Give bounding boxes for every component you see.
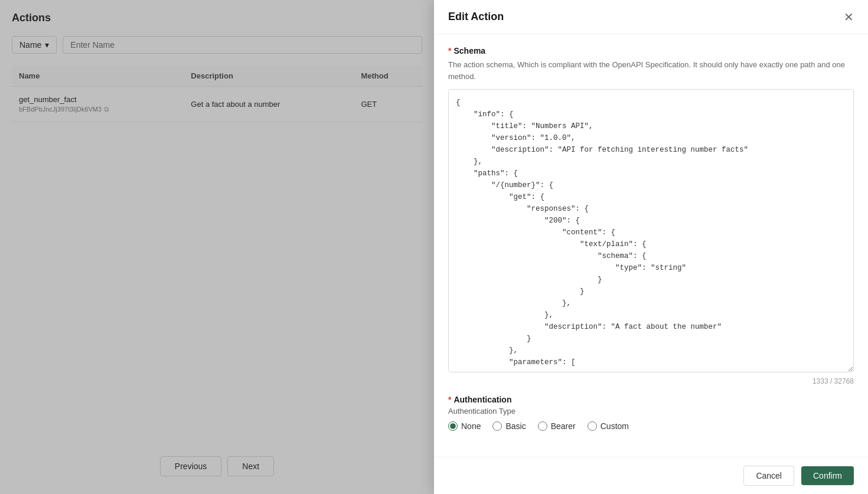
chevron-down-icon: ▾ [45, 40, 49, 50]
modal-body: * Schema The action schema, Which is com… [434, 34, 868, 457]
action-description: Get a fact about a number [184, 87, 354, 122]
schema-description: The action schema, Which is compliant wi… [448, 59, 854, 82]
modal-footer: Cancel Confirm [434, 457, 868, 494]
action-id: bFBdPbJncJj397t3IjDk6VM3 ⧉ [19, 105, 177, 113]
radio-bearer-label: Bearer [551, 421, 576, 431]
dropdown-label: Name [19, 40, 41, 50]
next-button[interactable]: Next [227, 456, 274, 476]
schema-textarea[interactable]: { "info": { "title": "Numbers API", "ver… [448, 89, 854, 372]
actions-title: Actions [12, 12, 422, 24]
radio-basic-label: Basic [505, 421, 526, 431]
actions-table: Name Description Method get_number_fact … [12, 66, 422, 122]
confirm-button[interactable]: Confirm [801, 466, 854, 485]
previous-button[interactable]: Previous [160, 456, 221, 476]
copy-icon[interactable]: ⧉ [104, 105, 109, 113]
name-filter-input[interactable] [63, 36, 422, 54]
col-header-description: Description [184, 66, 354, 87]
radio-basic[interactable]: Basic [492, 421, 526, 431]
radio-none-label: None [461, 421, 481, 431]
auth-radio-group: None Basic Bearer Custom [448, 421, 854, 431]
radio-bearer[interactable]: Bearer [538, 421, 576, 431]
action-method: GET [354, 87, 422, 122]
schema-label: * Schema [448, 46, 854, 55]
auth-section: * Authentication Authentication Type Non… [448, 395, 854, 431]
radio-custom[interactable]: Custom [588, 421, 629, 431]
required-star: * [448, 46, 451, 55]
col-header-name: Name [12, 66, 184, 87]
auth-title: * Authentication [448, 395, 854, 404]
radio-none[interactable]: None [448, 421, 481, 431]
name-dropdown[interactable]: Name ▾ [12, 36, 57, 54]
filter-row: Name ▾ [12, 36, 422, 54]
char-count: 1333 / 32768 [448, 377, 854, 385]
modal-title: Edit Action [448, 11, 504, 23]
radio-custom-input[interactable] [588, 421, 597, 431]
radio-custom-label: Custom [601, 421, 629, 431]
radio-bearer-input[interactable] [538, 421, 547, 431]
pagination-row: Previous Next [0, 456, 434, 476]
edit-action-panel: Edit Action ✕ * Schema The action schema… [434, 0, 868, 494]
radio-none-input[interactable] [448, 421, 458, 431]
radio-basic-input[interactable] [492, 421, 502, 431]
modal-header: Edit Action ✕ [434, 0, 868, 34]
auth-required-star: * [448, 395, 451, 404]
close-button[interactable]: ✕ [844, 11, 854, 23]
actions-panel: Actions Name ▾ Name Description Method g… [0, 0, 434, 494]
table-row: get_number_fact bFBdPbJncJj397t3IjDk6VM3… [12, 87, 422, 122]
auth-type-label: Authentication Type [448, 407, 854, 416]
cancel-button[interactable]: Cancel [743, 466, 794, 486]
col-header-method: Method [354, 66, 422, 87]
action-name: get_number_fact [19, 95, 177, 104]
